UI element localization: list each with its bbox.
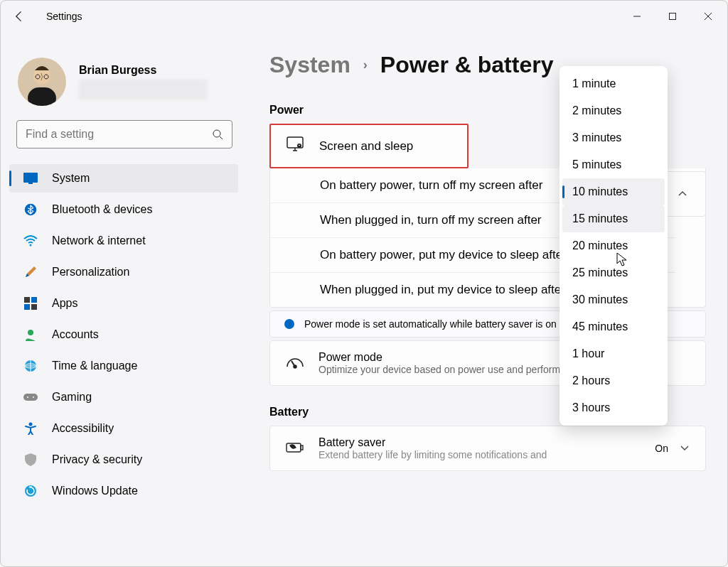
close-button[interactable]	[692, 4, 724, 28]
dropdown-item[interactable]: 30 minutes	[562, 286, 665, 313]
svg-point-17	[28, 330, 33, 335]
nav-list: System Bluetooth & devices Network & int…	[1, 164, 248, 505]
gauge-icon	[286, 354, 304, 372]
svg-rect-15	[24, 304, 30, 310]
chevron-right-icon: ›	[363, 58, 368, 72]
dropdown-item[interactable]: 2 hours	[562, 367, 665, 394]
info-icon	[284, 319, 294, 329]
leaf-battery-icon	[286, 440, 304, 457]
battery-saver-value: On	[655, 443, 668, 454]
nav-label: Accessibility	[52, 422, 114, 435]
nav-label: Network & internet	[52, 234, 146, 247]
search-input-wrap[interactable]	[16, 120, 232, 148]
nav-label: Accounts	[52, 328, 99, 341]
svg-point-23	[29, 423, 33, 426]
profile-name: Brian Burgess	[79, 64, 207, 77]
battery-saver-title: Battery saver	[318, 436, 547, 449]
svg-point-21	[27, 396, 28, 398]
sidebar-item-accounts[interactable]: Accounts	[9, 320, 238, 349]
svg-rect-9	[23, 173, 38, 183]
nav-label: Gaming	[52, 391, 92, 404]
nav-label: System	[52, 172, 90, 185]
svg-rect-13	[24, 297, 30, 303]
dropdown-item[interactable]: 45 minutes	[562, 313, 665, 340]
sidebar-item-accessibility[interactable]: Accessibility	[9, 414, 238, 443]
sidebar: Brian Burgess System Bluetooth & devices	[1, 32, 248, 566]
svg-rect-10	[28, 183, 33, 184]
nav-label: Time & language	[52, 360, 137, 372]
titlebar: Settings	[1, 1, 727, 32]
dropdown-item[interactable]: 1 hour	[562, 340, 665, 367]
info-text: Power mode is set automatically while ba…	[304, 318, 557, 330]
system-icon	[23, 171, 38, 185]
globe-icon	[23, 359, 38, 373]
shield-icon	[23, 453, 38, 467]
power-mode-title: Power mode	[318, 351, 582, 364]
dropdown-item[interactable]: 3 hours	[562, 394, 665, 421]
dropdown-item[interactable]: 3 minutes	[562, 124, 665, 151]
gamepad-icon	[23, 390, 38, 404]
svg-rect-20	[23, 394, 38, 401]
sidebar-item-personalization[interactable]: Personalization	[9, 258, 238, 286]
power-mode-subtitle: Optimize your device based on power use …	[318, 364, 582, 375]
nav-label: Personalization	[52, 266, 129, 279]
battery-saver-card[interactable]: Battery saver Extend battery life by lim…	[269, 426, 706, 471]
sidebar-item-apps[interactable]: Apps	[9, 289, 238, 318]
svg-rect-1	[670, 14, 676, 20]
screen-sleep-title: Screen and sleep	[319, 139, 413, 153]
dropdown-item[interactable]: 1 minute	[562, 70, 665, 97]
nav-label: Windows Update	[52, 485, 138, 497]
svg-rect-5	[28, 87, 56, 106]
sidebar-item-system[interactable]: System	[9, 164, 238, 193]
sidebar-item-privacy[interactable]: Privacy & security	[9, 446, 238, 474]
profile-block[interactable]: Brian Burgess	[1, 40, 248, 120]
update-icon	[23, 484, 38, 498]
dropdown-item[interactable]: 10 minutes	[562, 178, 665, 205]
svg-rect-16	[31, 304, 37, 310]
battery-saver-subtitle: Extend battery life by limiting some not…	[318, 449, 547, 460]
maximize-button[interactable]	[656, 4, 689, 28]
nav-label: Bluetooth & devices	[52, 203, 152, 216]
apps-icon	[23, 296, 38, 310]
dropdown-item[interactable]: 15 minutes	[562, 205, 665, 232]
sidebar-item-gaming[interactable]: Gaming	[9, 383, 238, 411]
svg-point-12	[30, 244, 32, 247]
svg-rect-14	[31, 297, 37, 303]
monitor-icon	[287, 136, 304, 156]
brush-icon	[23, 265, 38, 279]
sidebar-item-network[interactable]: Network & internet	[9, 227, 238, 255]
search-input[interactable]	[26, 128, 212, 141]
person-icon	[23, 328, 38, 342]
svg-line-8	[220, 136, 223, 139]
screen-and-sleep-header[interactable]: Screen and sleep	[269, 124, 469, 168]
wifi-icon	[23, 234, 38, 248]
sidebar-item-bluetooth[interactable]: Bluetooth & devices	[9, 195, 238, 224]
svg-point-22	[33, 396, 34, 398]
svg-point-7	[213, 130, 220, 137]
accessibility-icon	[23, 421, 38, 436]
window-title: Settings	[46, 11, 82, 22]
back-button[interactable]	[12, 9, 26, 23]
chevron-down-icon	[680, 443, 690, 455]
dropdown-item[interactable]: 2 minutes	[562, 97, 665, 124]
svg-point-27	[294, 365, 296, 368]
window-controls	[621, 4, 724, 28]
sidebar-item-windows-update[interactable]: Windows Update	[9, 477, 238, 505]
bluetooth-icon	[23, 202, 38, 217]
main-content: System › Power & battery Power Screen an…	[248, 32, 727, 566]
dropdown-item[interactable]: 20 minutes	[562, 232, 665, 259]
nav-label: Apps	[52, 297, 77, 310]
breadcrumb-current: Power & battery	[380, 52, 554, 78]
sidebar-item-time-language[interactable]: Time & language	[9, 352, 238, 380]
cursor-icon	[616, 252, 628, 269]
profile-email-redacted	[79, 80, 207, 99]
avatar	[18, 58, 66, 106]
minimize-button[interactable]	[621, 4, 653, 28]
search-icon	[212, 129, 223, 140]
dropdown-item[interactable]: 5 minutes	[562, 151, 665, 178]
dropdown-item[interactable]: 25 minutes	[562, 259, 665, 286]
svg-rect-29	[301, 446, 303, 450]
nav-label: Privacy & security	[52, 453, 142, 466]
time-dropdown[interactable]: 1 minute2 minutes3 minutes5 minutes10 mi…	[560, 66, 668, 426]
breadcrumb-parent[interactable]: System	[269, 52, 350, 78]
